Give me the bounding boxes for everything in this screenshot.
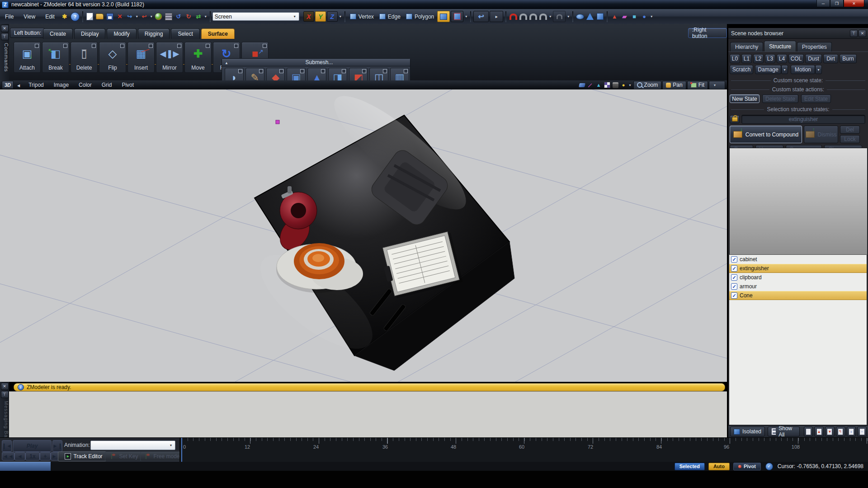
node-row-cabinet[interactable]: cabinet: [729, 255, 867, 264]
viewport-menu-grid[interactable]: Grid: [97, 82, 117, 88]
import-dropdown-icon[interactable]: [149, 14, 154, 19]
snap-vertex-icon[interactable]: [509, 13, 517, 21]
selected-mode-button[interactable]: [451, 11, 463, 22]
commands-close-icon[interactable]: ✕: [1, 25, 9, 32]
node-checkbox-icon[interactable]: [731, 292, 737, 299]
submesh-header[interactable]: Submesh...: [222, 59, 410, 66]
undo-icon[interactable]: ↺: [175, 13, 183, 21]
export-icon[interactable]: ↪: [126, 13, 134, 21]
export-dropdown-icon[interactable]: [135, 14, 139, 19]
node-row-clipboard[interactable]: clipboard: [729, 273, 867, 282]
auto-indicator[interactable]: Auto: [708, 463, 730, 470]
motion-button[interactable]: Motion: [791, 65, 815, 74]
axis-y-button[interactable]: Y: [315, 11, 326, 22]
lod-dirt-button[interactable]: Dirt: [823, 54, 838, 63]
node-row-extinguisher[interactable]: extinguisher: [729, 264, 867, 273]
attach-button[interactable]: ▣↓ Attach: [14, 42, 41, 73]
web-icon[interactable]: [155, 13, 163, 21]
primitive-cone-icon[interactable]: [586, 13, 594, 21]
node-row-armour[interactable]: armour: [729, 282, 867, 291]
isolated-button[interactable]: Isolated: [730, 427, 765, 436]
tool-cyan-icon[interactable]: ■: [630, 13, 638, 21]
history-dropdown-icon[interactable]: [203, 14, 208, 19]
scene-browser-close-icon[interactable]: ✕: [859, 30, 866, 37]
rewind-icon[interactable]: ◄◄: [2, 452, 14, 460]
tab-hierarchy[interactable]: Hierarchy: [730, 42, 763, 52]
viewport-menu-pivot[interactable]: Pivot: [117, 82, 139, 88]
node-checkbox-icon[interactable]: [731, 283, 737, 290]
close-button[interactable]: ✕: [844, 0, 864, 7]
new-file-icon[interactable]: [86, 13, 94, 21]
timeline-playhead[interactable]: [181, 438, 182, 462]
del-button[interactable]: Del: [840, 126, 860, 134]
track-editor-button[interactable]: Track Editor: [58, 451, 109, 461]
timeline[interactable]: 0 12 24 36 48 60 72 84 96 108: [179, 438, 868, 462]
viewport-layout-dropdown[interactable]: [709, 81, 725, 89]
lod-l3-button[interactable]: L3: [765, 54, 775, 63]
menu-edit[interactable]: Edit: [40, 14, 60, 20]
dismiss-button[interactable]: Dismiss: [804, 126, 838, 143]
show-all-button[interactable]: Show All: [768, 427, 800, 436]
lod-l1-button[interactable]: L1: [741, 54, 752, 63]
selected-indicator[interactable]: Selected: [675, 463, 705, 470]
free-mode-button[interactable]: Free mode: [140, 451, 185, 461]
eraser-icon[interactable]: [579, 83, 585, 87]
scene-browser-pin-icon[interactable]: ⊤: [850, 30, 858, 37]
scratch-button[interactable]: Scratch: [730, 65, 753, 74]
menu-view[interactable]: View: [19, 14, 40, 20]
node-row-cone[interactable]: Cone: [729, 291, 867, 300]
tool-red-icon[interactable]: ▲: [610, 13, 618, 21]
lod-l4-button[interactable]: L4: [777, 54, 787, 63]
snap-settings-button[interactable]: [553, 11, 566, 22]
snap-dropdown-icon[interactable]: [548, 14, 552, 19]
axis-x-button[interactable]: X: [303, 11, 314, 22]
viewport-options-dropdown-icon[interactable]: [628, 83, 632, 87]
clapper-icon[interactable]: [613, 82, 618, 88]
zoom-button[interactable]: Zoom: [633, 81, 662, 89]
delete-icon[interactable]: ✕: [116, 13, 124, 21]
list-export-icon[interactable]: ↰: [836, 427, 845, 436]
speed-button[interactable]: 1x: [25, 452, 40, 460]
tab-display[interactable]: Display: [74, 28, 105, 39]
undo-view-button[interactable]: ↩: [473, 11, 489, 22]
primitive-cube-icon[interactable]: [596, 13, 604, 21]
tab-modify[interactable]: Modify: [107, 28, 136, 39]
lod-burn-button[interactable]: Burn: [840, 54, 857, 63]
list-plain-icon[interactable]: [804, 427, 813, 436]
edit-state-button[interactable]: Edit State: [801, 94, 831, 103]
submesh-collapse-icon[interactable]: [222, 59, 228, 66]
maximize-button[interactable]: ❐: [830, 0, 844, 7]
motion-dropdown-icon[interactable]: [815, 65, 822, 74]
set-key-button[interactable]: Set Key: [105, 451, 145, 461]
speed-up-icon[interactable]: +: [40, 452, 51, 460]
select-dropdown-icon[interactable]: [464, 14, 468, 19]
list-add-icon[interactable]: ▲: [814, 427, 824, 436]
view-mode-button[interactable]: 3D: [2, 81, 14, 89]
wand-icon[interactable]: ❘: [585, 80, 595, 89]
damage-button[interactable]: Damage: [755, 65, 781, 74]
snap-grid-icon[interactable]: [529, 13, 537, 21]
tools-dropdown-icon[interactable]: [649, 14, 654, 19]
messaging-pin-icon[interactable]: ⊤: [1, 391, 9, 398]
damage-dropdown-icon[interactable]: [781, 65, 788, 74]
mirror-button[interactable]: ◀❚▶ Mirror: [156, 42, 183, 73]
node-checkbox-icon[interactable]: [731, 274, 737, 281]
viewport-menu-color[interactable]: Color: [74, 82, 97, 88]
edge-mode-button[interactable]: Edge: [377, 12, 403, 22]
move-button[interactable]: ✚ Move: [184, 42, 212, 73]
save-icon[interactable]: [106, 13, 114, 21]
flip-button[interactable]: ◇ Flip: [99, 42, 126, 73]
open-file-icon[interactable]: [96, 13, 104, 21]
skip-start-icon[interactable]: ❙◄: [2, 440, 12, 452]
lod-l0-button[interactable]: L0: [730, 54, 740, 63]
tab-structure[interactable]: Structure: [764, 41, 796, 52]
skip-end-icon[interactable]: ►❙: [52, 440, 62, 452]
minimize-button[interactable]: ─: [816, 0, 830, 7]
help-icon[interactable]: ?: [71, 12, 80, 21]
list-remove-icon[interactable]: ▼: [825, 427, 835, 436]
viewport-menu-tripod[interactable]: Tripod: [24, 82, 49, 88]
axis-dropdown-icon[interactable]: [338, 14, 343, 19]
snap-settings-dropdown-icon[interactable]: [566, 14, 571, 19]
node-checkbox-icon[interactable]: [731, 256, 737, 263]
list-expand-icon[interactable]: ＋: [847, 427, 856, 436]
